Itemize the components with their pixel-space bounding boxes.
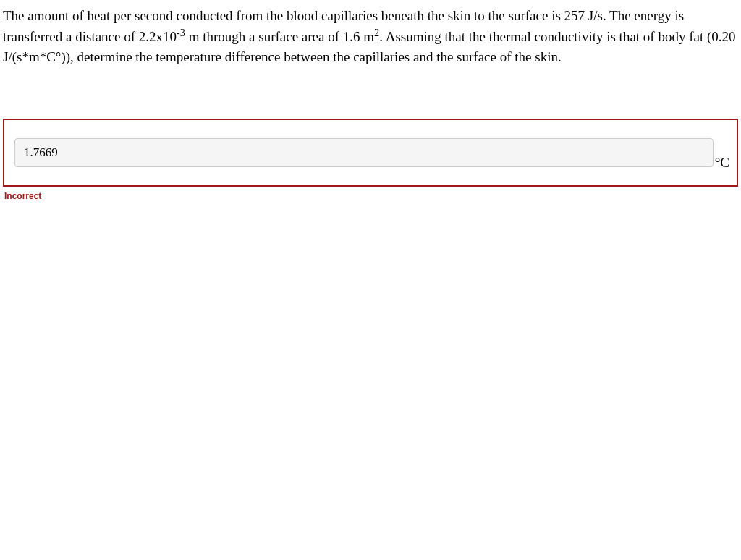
answer-input[interactable] — [14, 138, 714, 167]
feedback-status: Incorrect — [4, 191, 741, 201]
question-text: The amount of heat per second conducted … — [0, 0, 741, 68]
question-exp-1: -3 — [177, 26, 185, 38]
answer-box: °C — [3, 119, 738, 187]
unit-label: °C — [714, 155, 729, 171]
question-part-2: m through a surface area of 1.6 m — [185, 29, 374, 44]
answer-section: °C Incorrect — [0, 119, 741, 201]
